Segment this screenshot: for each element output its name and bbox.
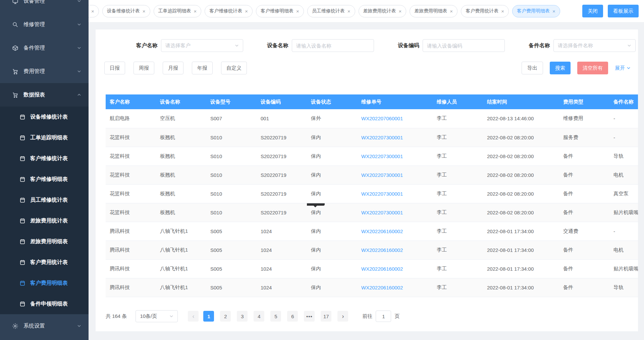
close-icon[interactable]: ×	[552, 9, 555, 14]
tab[interactable]: 设备维修统计表×	[102, 5, 150, 17]
tab-label: 差旅费用统计表	[363, 8, 396, 14]
sidebar-item-settings[interactable]: 系统设置	[0, 314, 89, 338]
table-cell: S007	[206, 109, 257, 128]
work-order-link[interactable]: WX202207300001	[361, 135, 403, 140]
sidebar-submenu-item[interactable]: 差旅费用统计表	[0, 210, 89, 231]
table-cell: S20220719	[257, 128, 307, 147]
search-button[interactable]: 搜索	[550, 62, 571, 74]
tab[interactable]: 工单追踪明细表×	[154, 5, 202, 17]
sidebar-submenu-item[interactable]: 工单追踪明细表	[0, 127, 89, 148]
work-order-link[interactable]: WX202207300001	[361, 210, 403, 215]
sidebar-item-device-mgmt[interactable]: 设备管理	[0, 0, 89, 13]
work-order-link[interactable]: WX202206160002	[361, 285, 403, 290]
work-order-link[interactable]: WX202207300001	[361, 153, 403, 159]
cart-icon	[11, 68, 19, 75]
tab[interactable]: 客户维修统计表×	[205, 5, 253, 17]
tab[interactable]: 员工维修统计表×	[307, 5, 355, 17]
tab[interactable]: 客户费用统计表×	[461, 5, 509, 17]
sidebar-submenu-item[interactable]: 客户费用明细表	[0, 273, 89, 293]
export-button[interactable]: 导出	[522, 62, 543, 74]
close-icon[interactable]: ×	[296, 9, 299, 14]
chevron-down-icon	[627, 44, 631, 48]
chevron-down-icon	[77, 46, 81, 50]
sidebar-submenu-item[interactable]: 客户维修统计表	[0, 148, 89, 169]
tab-partial[interactable]: 用 ×	[89, 5, 99, 17]
page-button[interactable]: 4	[254, 311, 264, 322]
device-code-input[interactable]	[423, 39, 505, 52]
work-order-link[interactable]: WX202206160002	[361, 228, 403, 234]
table-cell: 备件	[559, 147, 609, 165]
tab[interactable]: 差旅费用明细表×	[410, 5, 458, 17]
period-button[interactable]: 日报	[104, 62, 125, 74]
sidebar-item-data-reports[interactable]: 数据报表	[0, 83, 89, 107]
table-cell: 备件	[559, 259, 609, 278]
work-order-link[interactable]: WX202206160002	[361, 266, 403, 272]
period-button[interactable]: 自定义	[221, 62, 247, 74]
close-icon[interactable]: ×	[450, 9, 453, 14]
close-icon[interactable]: ×	[194, 9, 197, 14]
page-button[interactable]: 2	[220, 311, 231, 322]
sidebar-submenu-item[interactable]: 备件申领明细表	[0, 293, 89, 314]
table-cell: 保外	[307, 109, 357, 128]
sidebar-item-repair-mgmt[interactable]: 维修管理	[0, 13, 89, 36]
monitor-icon	[11, 0, 19, 5]
page-button[interactable]: 17	[321, 311, 331, 322]
filter-row: 客户名称 请选择客户 设备名称 设备编码 备件名称 请选择备件名称	[96, 39, 638, 52]
sidebar-submenu-item[interactable]: 差旅费用明细表	[0, 231, 89, 252]
work-order-link[interactable]: WX202207300001	[361, 172, 403, 178]
table-cell: 贴片机吸嘴	[609, 203, 638, 222]
close-icon[interactable]: ×	[501, 9, 504, 14]
goto-page-input[interactable]	[376, 311, 391, 322]
more-pages-button[interactable]: •••	[304, 311, 315, 322]
customer-select[interactable]: 请选择客户	[161, 39, 243, 52]
page-button[interactable]: 1	[203, 311, 214, 322]
page-button[interactable]: 3	[237, 311, 248, 322]
tab[interactable]: 客户维修明细表×	[256, 5, 304, 17]
sidebar-item-cost-mgmt[interactable]: 费用管理	[0, 60, 89, 83]
total-count: 共 164 条	[106, 313, 127, 320]
page-button[interactable]: 6	[287, 311, 298, 322]
table-cell: 腾讯科技	[106, 278, 156, 297]
next-page-button[interactable]: ›	[337, 311, 348, 322]
part-name-select[interactable]: 请选择备件名称	[553, 39, 636, 52]
clear-all-button[interactable]: 清空所有	[577, 62, 608, 74]
page-size-select[interactable]: 10条/页	[136, 310, 178, 322]
tab[interactable]: 差旅费用统计表×	[359, 5, 407, 17]
table-cell: 板翘机	[156, 128, 206, 147]
column-header: 维修单号	[357, 94, 433, 109]
prev-page-button[interactable]: ‹	[188, 311, 199, 322]
period-button[interactable]: 月报	[163, 62, 183, 74]
tab-label: 设备维修统计表	[107, 8, 140, 14]
table-cell: 电机	[609, 165, 638, 184]
sidebar-submenu-item[interactable]: 客户维修明细表	[0, 169, 89, 190]
close-icon[interactable]: ×	[91, 9, 94, 14]
device-name-input[interactable]	[292, 39, 374, 52]
work-order-link[interactable]: WX202206160002	[361, 247, 403, 253]
table-cell: 备件	[559, 184, 609, 203]
submenu-item-label: 员工维修统计表	[30, 197, 68, 204]
sidebar-submenu-item[interactable]: 客户费用统计表	[0, 252, 89, 273]
tab-label: 工单追踪明细表	[158, 8, 191, 14]
expand-toggle[interactable]: 展开	[615, 65, 631, 71]
sidebar-submenu-item[interactable]: 设备维修统计表	[0, 107, 89, 127]
close-icon[interactable]: ×	[245, 9, 248, 14]
work-order-link[interactable]: WX202207300001	[361, 191, 403, 197]
table-cell: 腾讯科技	[106, 241, 156, 259]
close-tabs-button[interactable]: 关闭	[582, 5, 603, 17]
tab[interactable]: 客户费用明细表×	[512, 5, 560, 17]
table-cell: 2022-08-01 17:34:00	[483, 222, 559, 241]
page-button[interactable]: 5	[270, 311, 281, 322]
sidebar-item-parts-mgmt[interactable]: 备件管理	[0, 36, 89, 60]
close-icon[interactable]: ×	[143, 9, 146, 14]
sidebar-submenu-item[interactable]: 员工维修统计表	[0, 190, 89, 210]
table-cell: 保内	[307, 184, 357, 203]
close-icon[interactable]: ×	[347, 9, 351, 14]
work-order-link[interactable]: WX202207060001	[361, 116, 403, 121]
submenu-item-label: 设备维修统计表	[30, 114, 68, 121]
period-button[interactable]: 周报	[133, 62, 154, 74]
close-icon[interactable]: ×	[399, 9, 402, 14]
period-button[interactable]: 年报	[192, 62, 213, 74]
table-cell: WX202207060001	[357, 109, 433, 128]
board-display-button[interactable]: 看板展示	[608, 5, 639, 17]
chevron-down-icon	[77, 0, 81, 3]
